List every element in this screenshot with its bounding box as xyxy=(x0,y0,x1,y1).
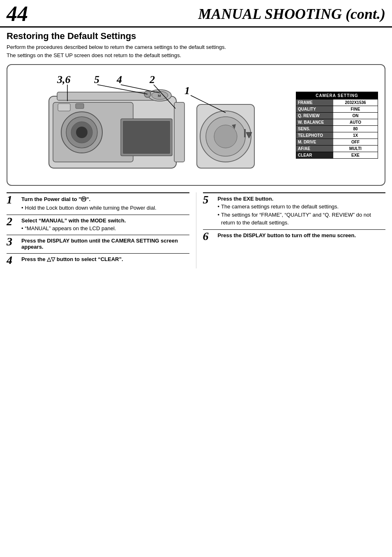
step-content: Press the DISPLAY button to turn off the… xyxy=(218,232,386,242)
table-row: AF/AEMULTI xyxy=(296,145,378,152)
step-content: Select “MANUAL” with the MODE switch. “M… xyxy=(21,217,189,233)
step-1: 1 Turn the Power dial to "ⓜ". Hold the L… xyxy=(7,192,189,215)
step-detail: “MANUAL” appears on the LCD panel. xyxy=(21,224,189,233)
svg-point-24 xyxy=(214,125,237,148)
page-number: 44 xyxy=(7,3,28,25)
step-number: 3 xyxy=(7,236,18,251)
table-row: M. DRIVEOFF xyxy=(296,139,378,145)
step-6: 6 Press the DISPLAY button to turn off t… xyxy=(203,229,386,245)
svg-rect-14 xyxy=(58,104,70,111)
step-number: 1 xyxy=(7,194,18,212)
table-row: CLEAREXE xyxy=(296,152,378,158)
step-title: Press the DISPLAY button until the CAMER… xyxy=(21,238,189,250)
step-content: Turn the Power dial to "ⓜ". Hold the Loc… xyxy=(21,196,189,212)
step-4: 4 Press the △▽ button to select “CLEAR”. xyxy=(7,253,189,268)
step-detail: Hold the Lock button down while turning … xyxy=(21,204,189,212)
step-2: 2 Select “MANUAL” with the MODE switch. … xyxy=(7,215,189,235)
step-number: 4 xyxy=(7,254,18,266)
camera-illustration: 3,6 5 4 2 1 M xyxy=(14,72,289,178)
svg-rect-9 xyxy=(123,121,170,154)
svg-text:1: 1 xyxy=(184,85,190,97)
page-header: 44 MANUAL SHOOTING (cont.) xyxy=(0,0,392,28)
step-content: Press the DISPLAY button until the CAMER… xyxy=(21,238,189,251)
step-title: Press the EXE button. xyxy=(218,196,386,202)
step-content: Press the EXE button. The camera setting… xyxy=(218,196,386,227)
table-row: TELEPHOTO1X xyxy=(296,132,378,139)
section-description: Perform the procedures described below t… xyxy=(7,43,385,59)
step-5: 5 Press the EXE button. The camera setti… xyxy=(203,192,386,229)
table-row: SENS.80 xyxy=(296,125,378,132)
step-number: 2 xyxy=(7,216,18,233)
svg-text:5: 5 xyxy=(94,74,99,86)
svg-text:M: M xyxy=(158,94,161,98)
step-3: 3 Press the DISPLAY button until the CAM… xyxy=(7,235,189,253)
svg-line-30 xyxy=(121,85,160,93)
svg-text:2: 2 xyxy=(149,74,155,86)
table-row: W. BALANCEAUTO xyxy=(296,119,378,125)
svg-rect-27 xyxy=(244,129,246,137)
camera-setting-table: CAMERA SETTING FRAME2032X1536QUALITYFINE… xyxy=(296,92,378,159)
section-title: Restoring the Default Settings xyxy=(7,31,385,42)
step-detail: The camera settings return to the defaul… xyxy=(218,203,386,227)
table-header: CAMERA SETTING xyxy=(296,92,378,99)
chapter-title: MANUAL SHOOTING (cont.) xyxy=(198,5,385,23)
step-number: 6 xyxy=(203,231,214,242)
diagram-area: 3,6 5 4 2 1 M xyxy=(7,64,385,186)
svg-text:3,6: 3,6 xyxy=(57,74,71,86)
step-title: Press the DISPLAY button to turn off the… xyxy=(218,232,386,238)
step-title: Press the △▽ button to select “CLEAR”. xyxy=(21,256,189,262)
steps-container: 1 Turn the Power dial to "ⓜ". Hold the L… xyxy=(7,192,385,268)
step-number: 5 xyxy=(203,194,214,227)
step-title: Turn the Power dial to "ⓜ". xyxy=(21,196,189,203)
svg-point-13 xyxy=(76,127,88,138)
step-title: Select “MANUAL” with the MODE switch. xyxy=(21,217,189,224)
steps-left: 1 Turn the Power dial to "ⓜ". Hold the L… xyxy=(7,192,196,268)
table-row: QUALITYFINE xyxy=(296,106,378,112)
table-row: Q. REVIEWON xyxy=(296,112,378,119)
svg-rect-15 xyxy=(76,104,84,109)
svg-rect-20 xyxy=(174,102,184,162)
table-row: FRAME2032X1536 xyxy=(296,99,378,106)
svg-text:4: 4 xyxy=(116,74,122,86)
step-content: Press the △▽ button to select “CLEAR”. xyxy=(21,256,189,266)
steps-right: 5 Press the EXE button. The camera setti… xyxy=(196,192,386,268)
